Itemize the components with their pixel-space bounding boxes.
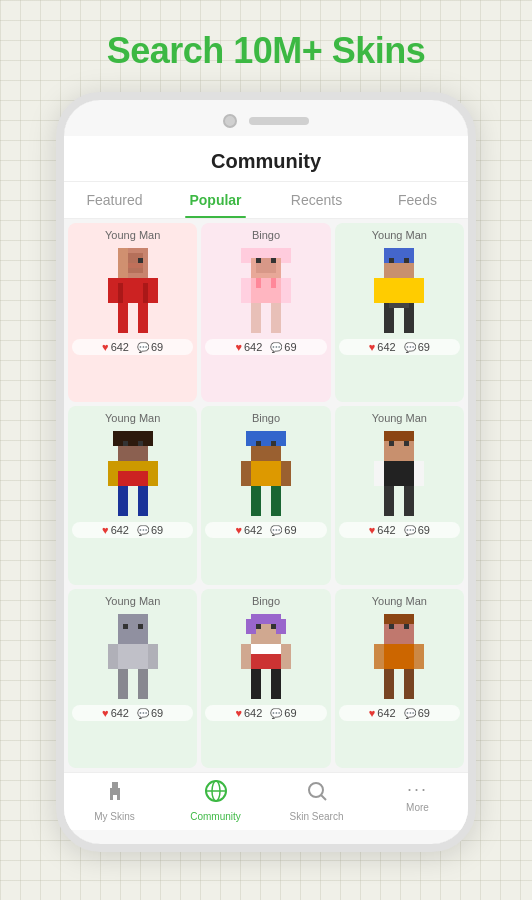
comments-count: 69 <box>151 707 163 719</box>
comments-count: 69 <box>151 524 163 536</box>
heart-icon: ♥ <box>369 524 376 536</box>
skin-card[interactable]: Young Man <box>335 223 464 402</box>
svg-rect-43 <box>108 461 118 486</box>
nav-my-skins-label: My Skins <box>94 811 135 822</box>
skin-name: Young Man <box>372 229 427 241</box>
comments-stat: 💬 69 <box>270 707 296 719</box>
nav-community-label: Community <box>190 811 241 822</box>
svg-rect-54 <box>251 486 261 516</box>
likes-count: 642 <box>377 707 395 719</box>
nav-skin-search[interactable]: Skin Search <box>266 779 367 822</box>
svg-rect-42 <box>118 461 148 471</box>
svg-rect-86 <box>384 614 414 624</box>
skin-sprite <box>72 428 193 518</box>
skin-card[interactable]: Bingo ♥ <box>201 406 330 585</box>
svg-rect-62 <box>414 461 424 486</box>
tab-recents[interactable]: Recents <box>266 182 367 218</box>
likes-stat: ♥ 642 <box>369 707 396 719</box>
svg-rect-29 <box>389 258 394 263</box>
heart-icon: ♥ <box>102 341 109 353</box>
likes-count: 642 <box>377 524 395 536</box>
skin-sprite <box>205 611 326 701</box>
svg-rect-92 <box>384 669 394 699</box>
svg-rect-91 <box>414 644 424 669</box>
community-icon <box>204 779 228 809</box>
likes-stat: ♥ 642 <box>369 524 396 536</box>
skin-name: Bingo <box>252 595 280 607</box>
svg-rect-51 <box>251 461 281 486</box>
svg-rect-52 <box>241 461 251 486</box>
tab-featured[interactable]: Featured <box>64 182 165 218</box>
phone-top-bar <box>64 100 468 136</box>
my-skins-icon <box>103 779 127 809</box>
skin-card[interactable]: Bingo <box>201 223 330 402</box>
heart-icon: ♥ <box>235 524 242 536</box>
svg-rect-63 <box>384 486 394 516</box>
skin-sprite <box>205 245 326 335</box>
comments-count: 69 <box>418 524 430 536</box>
svg-rect-33 <box>414 278 424 303</box>
svg-rect-38 <box>113 431 153 446</box>
svg-rect-53 <box>281 461 291 486</box>
skin-stats: ♥ 642 💬 69 <box>205 522 326 538</box>
tab-feeds[interactable]: Feeds <box>367 182 468 218</box>
svg-rect-11 <box>138 303 148 333</box>
likes-count: 642 <box>111 341 129 353</box>
svg-rect-20 <box>251 278 281 303</box>
svg-rect-59 <box>404 441 409 446</box>
skin-search-icon <box>305 779 329 809</box>
comments-stat: 💬 69 <box>270 524 296 536</box>
likes-count: 642 <box>244 341 262 353</box>
svg-rect-15 <box>256 258 261 263</box>
nav-my-skins[interactable]: My Skins <box>64 779 165 822</box>
svg-rect-84 <box>271 669 281 699</box>
skin-name: Bingo <box>252 229 280 241</box>
svg-rect-16 <box>271 258 276 263</box>
skin-card[interactable]: Bingo <box>201 589 330 768</box>
comment-icon: 💬 <box>404 342 416 353</box>
tab-popular[interactable]: Popular <box>165 182 266 218</box>
nav-more-label: More <box>406 802 429 813</box>
camera-icon <box>223 114 237 128</box>
skin-sprite <box>339 611 460 701</box>
tabs-container: Featured Popular Recents Feeds <box>64 182 468 219</box>
comments-count: 69 <box>151 341 163 353</box>
comments-count: 69 <box>284 341 296 353</box>
svg-rect-95 <box>110 788 120 795</box>
nav-community[interactable]: Community <box>165 779 266 822</box>
heart-icon: ♥ <box>235 341 242 353</box>
skin-card[interactable]: Young Man ♥ <box>68 589 197 768</box>
skin-stats: ♥ 642 💬 69 <box>72 522 193 538</box>
comments-stat: 💬 69 <box>137 524 163 536</box>
comment-icon: 💬 <box>270 525 282 536</box>
skin-name: Young Man <box>105 595 160 607</box>
svg-rect-19 <box>281 248 291 263</box>
comments-count: 69 <box>284 707 296 719</box>
skin-name: Young Man <box>372 412 427 424</box>
nav-more[interactable]: ··· More <box>367 779 468 822</box>
page-title: Search 10M+ Skins <box>107 30 426 72</box>
svg-rect-49 <box>256 441 261 446</box>
comments-stat: 💬 69 <box>404 524 430 536</box>
svg-rect-90 <box>374 644 384 669</box>
svg-rect-36 <box>389 303 409 308</box>
skin-card[interactable]: Young Man ♥ <box>335 589 464 768</box>
svg-rect-12 <box>118 248 128 278</box>
skin-card[interactable]: Young Man ♥ <box>335 406 464 585</box>
svg-rect-87 <box>389 624 394 629</box>
comment-icon: 💬 <box>270 708 282 719</box>
likes-count: 642 <box>377 341 395 353</box>
svg-rect-18 <box>241 248 251 263</box>
skin-card[interactable]: Young Man <box>68 223 197 402</box>
svg-rect-24 <box>271 303 281 333</box>
comment-icon: 💬 <box>137 525 149 536</box>
comments-stat: 💬 69 <box>270 341 296 353</box>
comments-count: 69 <box>284 524 296 536</box>
svg-rect-17 <box>246 248 286 258</box>
skins-grid: Young Man <box>64 219 468 772</box>
skin-card[interactable]: Young Man <box>68 406 197 585</box>
heart-icon: ♥ <box>102 707 109 719</box>
svg-rect-32 <box>374 278 384 303</box>
svg-rect-64 <box>404 486 414 516</box>
svg-rect-9 <box>148 278 158 303</box>
